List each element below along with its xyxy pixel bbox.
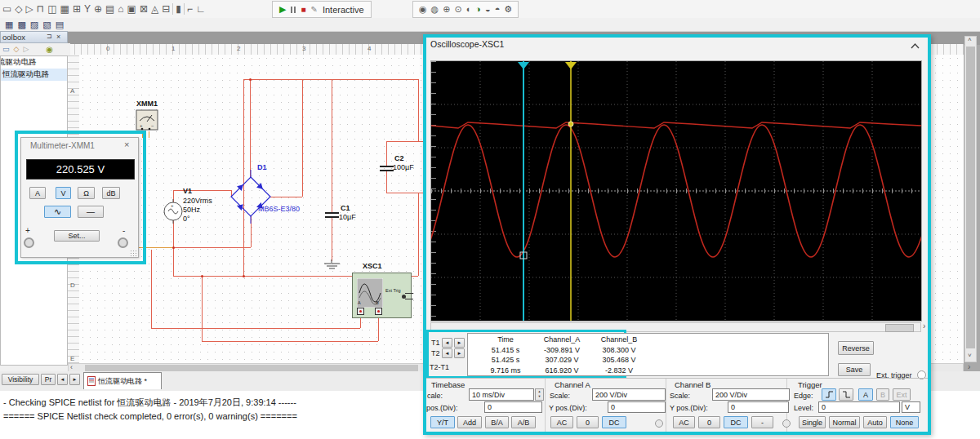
wire[interactable]	[386, 141, 387, 166]
toolbar-icon-10[interactable]: ▤	[105, 4, 114, 14]
t1-left-button[interactable]: ◄	[442, 338, 452, 348]
toolbox-titlebar[interactable]: oolbox ⊐ ×	[0, 31, 68, 43]
t2-right-button[interactable]: ►	[454, 348, 465, 358]
xsc1-symbol[interactable]: Ext Trig A B	[352, 273, 412, 318]
ground-symbol[interactable]	[323, 259, 341, 272]
cursor-t1-handle[interactable]	[518, 62, 529, 69]
yt-button[interactable]: Y/T	[430, 416, 455, 428]
toolbox-pin-button[interactable]: ⊐	[47, 33, 52, 40]
multimeter-amps-button[interactable]: A	[29, 187, 46, 199]
channel-b-0-button[interactable]: 0	[698, 416, 720, 428]
multimeter-set-button[interactable]: Set...	[54, 230, 100, 242]
wire[interactable]	[418, 193, 419, 276]
wire[interactable]	[302, 79, 303, 197]
wire[interactable]	[151, 328, 360, 329]
probe-icon-8[interactable]: ◓	[495, 5, 501, 14]
toolbar-icon-14[interactable]: ◬	[151, 4, 158, 14]
toolbar-icon-7[interactable]: ⊞	[73, 4, 81, 14]
add-button[interactable]: Add	[457, 416, 482, 428]
graph-icon-2[interactable]: ▩	[17, 20, 25, 29]
toolbar-icon-17[interactable]: ⌐	[187, 4, 193, 14]
toolbar-icon-6[interactable]: ▦	[60, 4, 69, 14]
multimeter-close-icon[interactable]: ×	[124, 140, 129, 149]
toolbar-icon-9[interactable]: ⊕	[94, 4, 102, 14]
graph-icon-3[interactable]: ▨	[30, 20, 38, 29]
probe-icon-4[interactable]: ⊙	[454, 5, 461, 14]
multimeter-terminal-minus[interactable]	[118, 237, 128, 248]
wire[interactable]	[202, 276, 203, 341]
toolbox-close-button[interactable]: ×	[56, 33, 60, 41]
pause-button[interactable]	[291, 7, 296, 13]
toolbar-icon-5[interactable]: ◫	[47, 4, 56, 14]
toolbar-icon-13[interactable]: ⊠	[140, 4, 148, 14]
multimeter-ac-button[interactable]: ∿	[44, 206, 71, 218]
wire[interactable]	[173, 247, 251, 248]
channel-b-dc-button[interactable]: DC	[724, 416, 748, 428]
stop-button[interactable]: ■	[301, 6, 305, 14]
cursor-t2-handle[interactable]	[565, 62, 577, 69]
multimeter-db-button[interactable]: dB	[102, 187, 120, 199]
toolbar-icon-4[interactable]: ⊓	[37, 4, 44, 14]
probe-icon-7[interactable]: ◒	[485, 5, 491, 14]
interactive-dropdown[interactable]: Interactive	[323, 5, 364, 15]
channel-b-minus-button[interactable]: -	[751, 416, 773, 428]
wire[interactable]	[386, 171, 387, 193]
t2-left-button[interactable]: ◄	[442, 348, 452, 358]
channel-b-ypos-input[interactable]: 0	[728, 401, 789, 413]
probe-icon-2[interactable]: ◍	[431, 5, 439, 14]
toolbar-icon-18[interactable]: ∟	[196, 4, 206, 14]
channel-a-dc-button[interactable]: DC	[602, 416, 626, 428]
trigger-falling-edge-button[interactable]	[839, 388, 853, 401]
graph-icon-4[interactable]: ▧	[42, 20, 51, 29]
toolbox-open-icon[interactable]: ◇	[14, 46, 20, 53]
collapse-chevron-icon[interactable]	[910, 42, 920, 50]
scope-scroll-right-arrow[interactable]: ›	[923, 321, 925, 330]
sheet-tab[interactable]: 恒流驱动电路 *	[83, 372, 162, 389]
scroll-thumb[interactable]	[85, 365, 418, 371]
multimeter-window[interactable]: Multimeter-XMM1 × 220.525 V A V Ω dB ∿ —…	[20, 137, 139, 258]
run-button[interactable]: ▶	[279, 5, 286, 14]
scroll-left-arrow[interactable]: ‹	[70, 363, 73, 371]
timebase-xpos-input[interactable]: 0	[484, 401, 542, 413]
trigger-rising-edge-button[interactable]	[822, 388, 836, 401]
graph-icon-5[interactable]: ▤	[56, 20, 64, 29]
tab-scroll-right[interactable]: ►	[69, 374, 80, 385]
trigger-a-button[interactable]: A	[858, 388, 873, 401]
oscilloscope-window[interactable]: Oscilloscope-XSC1	[423, 34, 931, 435]
multimeter-dc-button[interactable]: —	[78, 206, 104, 218]
channel-b-scale-input[interactable]: 200 V/Div	[712, 388, 790, 401]
resize-grip[interactable]	[130, 250, 136, 256]
probe-icon-3[interactable]: ⊕	[443, 5, 450, 14]
toolbar-icon-1[interactable]: ▭	[2, 4, 11, 14]
ba-button[interactable]: B/A	[485, 416, 509, 428]
probe-icon-6[interactable]: ◑	[475, 5, 481, 14]
toolbox-new-icon[interactable]: ▭	[2, 46, 10, 53]
trigger-auto-button[interactable]: Auto	[863, 416, 887, 428]
channel-a-radio[interactable]	[655, 419, 663, 428]
workspace-vscrollbar[interactable]: ˄ ˅	[964, 36, 977, 362]
d1-bridge-symbol[interactable]	[222, 168, 279, 225]
scope-scroll-thumb[interactable]	[885, 324, 914, 332]
toolbar-icon-16[interactable]: ▮	[176, 4, 181, 14]
toolbar-icon-3[interactable]: ▷	[26, 4, 33, 14]
wire[interactable]	[243, 79, 418, 80]
scroll-down-arrow[interactable]: ˅	[968, 352, 972, 359]
graph-icon-1[interactable]: ▦	[5, 20, 13, 29]
scroll-right-arrow[interactable]: ›	[968, 362, 970, 371]
wire[interactable]	[151, 250, 152, 328]
trigger-level-input[interactable]: 0	[818, 401, 900, 413]
trigger-none-button[interactable]: None	[890, 416, 919, 428]
channel-b-ac-button[interactable]: AC	[673, 416, 695, 428]
save-button[interactable]: Save	[838, 363, 871, 376]
toolbar-icon-11[interactable]: ⌂	[118, 4, 123, 14]
multimeter-ohms-button[interactable]: Ω	[78, 187, 95, 199]
timebase-spinner[interactable]: ▲▼	[535, 388, 544, 401]
channel-a-0-button[interactable]: 0	[577, 416, 599, 428]
channel-a-ac-button[interactable]: AC	[550, 416, 573, 428]
ab-button[interactable]: A/B	[511, 416, 536, 428]
toolbox-camera-icon[interactable]: ◉	[46, 46, 53, 54]
toolbar-icon-12[interactable]: ▣	[127, 4, 136, 14]
toolbar-icon-15[interactable]: ⊟	[162, 4, 170, 14]
wire[interactable]	[332, 79, 332, 213]
channel-a-ypos-input[interactable]: 0	[608, 401, 666, 413]
